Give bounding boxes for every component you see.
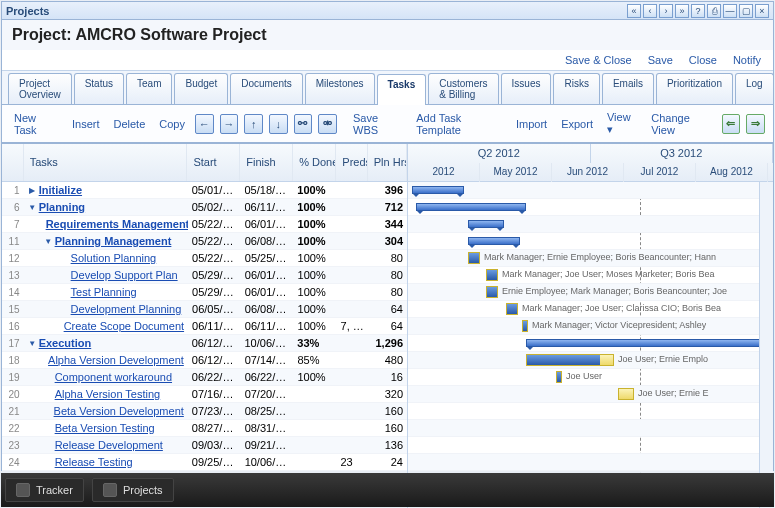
- cell-done[interactable]: 33%: [293, 337, 336, 349]
- close-icon[interactable]: ×: [755, 4, 769, 18]
- cell-finish[interactable]: 05/25/2012: [241, 252, 294, 264]
- cell-plnhrs[interactable]: 64: [368, 303, 407, 315]
- task-name[interactable]: Execution: [39, 337, 92, 349]
- arrow-right-icon[interactable]: →: [220, 114, 239, 134]
- cell-start[interactable]: 06/12/2012: [188, 337, 241, 349]
- taskbar-tracker[interactable]: Tracker: [5, 478, 84, 502]
- cell-start[interactable]: 09/03/2012: [188, 439, 241, 451]
- cell-start[interactable]: 08/27/2012: [188, 422, 241, 434]
- maximize-icon[interactable]: ▢: [739, 4, 753, 18]
- cell-finish[interactable]: 07/14/2012: [241, 354, 294, 366]
- task-name[interactable]: Test Planning: [71, 286, 137, 298]
- cell-plnhrs[interactable]: 80: [368, 286, 407, 298]
- cell-start[interactable]: 06/11/2012: [188, 320, 241, 332]
- cell-finish[interactable]: 06/11/2012: [241, 320, 294, 332]
- cell-done[interactable]: 100%: [294, 320, 337, 332]
- tab-milestones[interactable]: Milestones: [305, 73, 375, 104]
- gantt-bar[interactable]: [486, 286, 498, 298]
- task-name[interactable]: Alpha Version Testing: [55, 388, 161, 400]
- minimize-icon[interactable]: —: [723, 4, 737, 18]
- taskbar-projects[interactable]: Projects: [92, 478, 174, 502]
- table-row[interactable]: 15Development Planning06/05/201206/08/20…: [2, 301, 407, 318]
- cell-plnhrs[interactable]: 344: [368, 218, 407, 230]
- cell-plnhrs[interactable]: 64: [368, 320, 407, 332]
- cell-start[interactable]: 06/05/2012: [188, 303, 241, 315]
- cell-finish[interactable]: 06/11/2012: [240, 201, 293, 213]
- task-name[interactable]: Create Scope Document: [64, 320, 184, 332]
- cell-start[interactable]: 07/23/2012: [188, 405, 241, 417]
- cell-done[interactable]: 100%: [293, 235, 336, 247]
- expand-icon[interactable]: ▼: [28, 203, 37, 212]
- nav-last-icon[interactable]: »: [675, 4, 689, 18]
- table-row[interactable]: 24Release Testing09/25/201210/06/2012232…: [2, 454, 407, 471]
- cell-finish[interactable]: 10/06/2012: [240, 337, 293, 349]
- cell-done[interactable]: 100%: [293, 184, 336, 196]
- notify-button[interactable]: Notify: [733, 54, 761, 66]
- gantt-bar[interactable]: [526, 354, 614, 366]
- cell-start[interactable]: 05/22/2012: [188, 235, 241, 247]
- export-button[interactable]: Export: [557, 116, 597, 132]
- cell-finish[interactable]: 06/01/2012: [241, 286, 294, 298]
- task-name[interactable]: Beta Version Testing: [55, 422, 155, 434]
- table-row[interactable]: 14Test Planning05/29/201206/01/2012100%8…: [2, 284, 407, 301]
- unlink-icon[interactable]: ⚮: [318, 114, 337, 134]
- col-preds[interactable]: Preds: [336, 144, 367, 181]
- cell-plnhrs[interactable]: 136: [368, 439, 407, 451]
- table-row[interactable]: 20Alpha Version Testing07/16/201207/20/2…: [2, 386, 407, 403]
- gantt-bar[interactable]: [416, 203, 526, 211]
- cell-finish[interactable]: 06/01/2012: [241, 269, 294, 281]
- gantt-bar[interactable]: [526, 339, 773, 347]
- cell-done[interactable]: 100%: [294, 252, 337, 264]
- cell-finish[interactable]: 06/08/2012: [241, 303, 294, 315]
- table-row[interactable]: 6▼Planning05/02/201206/11/2012100%712: [2, 199, 407, 216]
- cell-start[interactable]: 05/01/2012: [188, 184, 241, 196]
- cell-start[interactable]: 06/12/2012: [188, 354, 241, 366]
- cell-plnhrs[interactable]: 160: [368, 405, 407, 417]
- cell-start[interactable]: 05/22/2012: [188, 218, 241, 230]
- cell-done[interactable]: 100%: [294, 303, 337, 315]
- col-tasks[interactable]: Tasks: [24, 144, 188, 181]
- cell-done[interactable]: 100%: [293, 218, 336, 230]
- nav-next-icon[interactable]: ›: [659, 4, 673, 18]
- expand-icon[interactable]: ▶: [28, 186, 37, 195]
- expand-icon[interactable]: ▼: [44, 237, 53, 246]
- tab-emails[interactable]: Emails: [602, 73, 654, 104]
- tab-project-overview[interactable]: Project Overview: [8, 73, 72, 104]
- table-row[interactable]: 19Component workaround06/22/201206/22/20…: [2, 369, 407, 386]
- col-start[interactable]: Start: [187, 144, 240, 181]
- cell-start[interactable]: 09/25/2012: [188, 456, 241, 468]
- col-done[interactable]: % Done: [293, 144, 336, 181]
- cell-plnhrs[interactable]: 16: [368, 371, 407, 383]
- nav-prev-icon[interactable]: ‹: [643, 4, 657, 18]
- cell-finish[interactable]: 05/18/2012: [240, 184, 293, 196]
- cell-start[interactable]: 06/22/2012: [188, 371, 241, 383]
- table-row[interactable]: 12Solution Planning05/22/201205/25/20121…: [2, 250, 407, 267]
- col-plnhrs[interactable]: Pln Hrs: [368, 144, 407, 181]
- tab-budget[interactable]: Budget: [174, 73, 228, 104]
- save-close-button[interactable]: Save & Close: [565, 54, 632, 66]
- cell-done[interactable]: 100%: [294, 269, 337, 281]
- gantt-bar[interactable]: [468, 252, 480, 264]
- cell-finish[interactable]: 08/25/2012: [241, 405, 294, 417]
- cell-start[interactable]: 05/29/2012: [188, 269, 241, 281]
- cell-plnhrs[interactable]: 304: [368, 235, 407, 247]
- cell-start[interactable]: 05/02/2012: [188, 201, 241, 213]
- table-row[interactable]: 22Beta Version Testing08/27/201208/31/20…: [2, 420, 407, 437]
- tab-team[interactable]: Team: [126, 73, 172, 104]
- cell-finish[interactable]: 09/21/2012: [241, 439, 294, 451]
- cell-finish[interactable]: 07/20/2012: [241, 388, 294, 400]
- task-name[interactable]: Alpha Version Development: [48, 354, 184, 366]
- tab-prioritization[interactable]: Prioritization: [656, 73, 733, 104]
- copy-button[interactable]: Copy: [155, 116, 189, 132]
- view-dropdown[interactable]: View ▾: [603, 109, 641, 138]
- task-name[interactable]: Release Testing: [55, 456, 133, 468]
- nav-first-icon[interactable]: «: [627, 4, 641, 18]
- scroll-right-icon[interactable]: ⇒: [746, 114, 765, 134]
- gantt-bar[interactable]: [412, 186, 464, 194]
- gantt-bar[interactable]: [506, 303, 518, 315]
- table-row[interactable]: 18Alpha Version Development06/12/201207/…: [2, 352, 407, 369]
- cell-plnhrs[interactable]: 1,296: [368, 337, 407, 349]
- save-button[interactable]: Save: [648, 54, 673, 66]
- task-name[interactable]: Component workaround: [55, 371, 172, 383]
- insert-button[interactable]: Insert: [68, 116, 104, 132]
